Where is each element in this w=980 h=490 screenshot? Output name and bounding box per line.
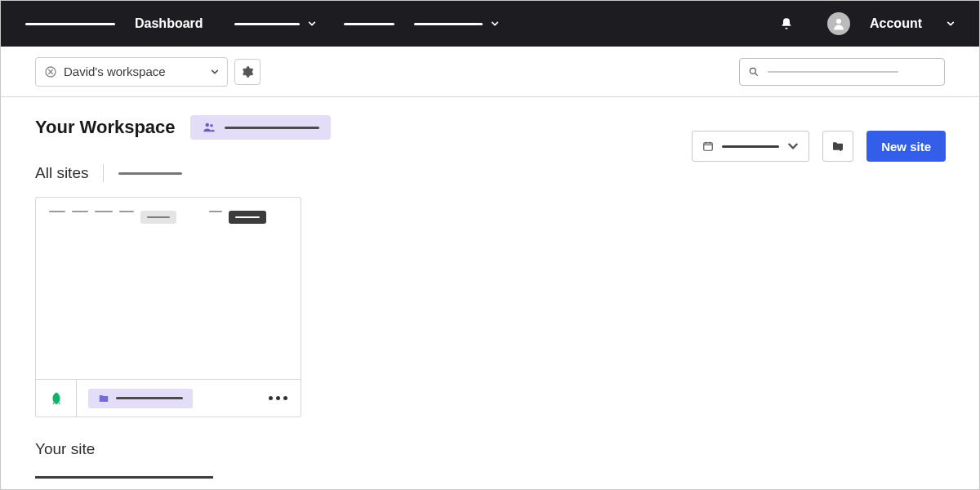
- your-site-title: Your site: [35, 440, 945, 458]
- search-icon: [748, 66, 760, 78]
- filter-placeholder[interactable]: [118, 172, 182, 175]
- chevron-down-icon: [491, 20, 499, 28]
- search-placeholder: [768, 71, 898, 73]
- site-workspace-chip[interactable]: [88, 389, 193, 408]
- breadcrumb-seg: [49, 211, 65, 212]
- workspace-settings-button[interactable]: [234, 59, 261, 85]
- new-site-label: New site: [881, 140, 931, 154]
- folder-plus-icon: [831, 140, 844, 153]
- chevron-down-icon: [308, 20, 316, 28]
- account-menu[interactable]: Account: [865, 10, 927, 38]
- top-nav: Dashboard Account: [1, 1, 979, 47]
- svg-point-3: [205, 123, 209, 127]
- calendar-icon: [702, 140, 714, 152]
- breadcrumb-seg: [209, 211, 222, 212]
- rocket-icon: [49, 390, 64, 407]
- breadcrumb-seg: [119, 211, 134, 212]
- new-site-button[interactable]: New site: [866, 131, 946, 162]
- account-label: Account: [870, 16, 922, 31]
- chevron-down-icon: [947, 20, 955, 28]
- svg-point-4: [210, 124, 212, 127]
- divider: [103, 164, 104, 182]
- people-icon: [202, 120, 216, 135]
- chevron-down-icon: [211, 68, 219, 76]
- content-area: Your Workspace New site All sites: [1, 97, 979, 489]
- status-chip-dark: [229, 211, 266, 224]
- add-folder-button[interactable]: [822, 131, 853, 162]
- site-card-footer: [36, 379, 301, 416]
- invite-members-chip[interactable]: [190, 115, 331, 140]
- nav-item-placeholder: [25, 23, 115, 25]
- publish-status[interactable]: [36, 380, 77, 416]
- status-chip: [140, 211, 176, 224]
- dot: [283, 396, 287, 400]
- date-range-select[interactable]: [692, 131, 809, 162]
- dot: [269, 396, 273, 400]
- dot: [276, 396, 280, 400]
- your-site-underline: [35, 476, 213, 479]
- person-icon: [831, 16, 846, 31]
- nav-item-placeholder: [234, 23, 300, 25]
- nav-item-placeholder: [344, 23, 394, 25]
- nav-item-dropdown-1[interactable]: [229, 13, 321, 34]
- avatar-circle: [827, 12, 850, 35]
- date-label-placeholder: [722, 145, 779, 148]
- workspace-selector[interactable]: David's workspace: [35, 57, 228, 87]
- site-card[interactable]: [35, 197, 301, 417]
- actions-row: New site: [692, 131, 946, 162]
- svg-point-2: [750, 68, 755, 74]
- bell-icon: [780, 17, 793, 30]
- all-sites-title: All sites: [35, 164, 88, 182]
- nav-dashboard[interactable]: Dashboard: [130, 10, 208, 38]
- account-chevron[interactable]: [942, 13, 960, 34]
- workspace-icon: [44, 65, 57, 78]
- invite-label-placeholder: [225, 127, 319, 129]
- site-options-button[interactable]: [269, 396, 287, 400]
- workspace-bar: David's workspace: [1, 47, 979, 97]
- chevron-down-icon: [787, 140, 799, 152]
- svg-point-0: [836, 19, 841, 24]
- site-card-preview: [36, 198, 301, 379]
- workspace-title: Your Workspace: [35, 117, 176, 138]
- nav-item-home[interactable]: [20, 16, 120, 32]
- notifications-button[interactable]: [775, 11, 798, 37]
- breadcrumb-seg: [95, 211, 113, 212]
- nav-item-dropdown-2[interactable]: [409, 13, 504, 34]
- svg-rect-5: [704, 143, 713, 150]
- nav-item-placeholder: [414, 23, 483, 25]
- site-name-placeholder: [116, 397, 183, 399]
- all-sites-row: All sites: [35, 164, 945, 182]
- workspace-name: David's workspace: [64, 65, 204, 78]
- nav-dashboard-label: Dashboard: [135, 16, 203, 31]
- gear-icon: [241, 65, 254, 78]
- nav-item-2[interactable]: [339, 16, 399, 32]
- breadcrumb-seg: [72, 211, 88, 212]
- avatar[interactable]: [822, 6, 855, 42]
- search-field[interactable]: [739, 58, 945, 86]
- folder-icon: [98, 393, 109, 404]
